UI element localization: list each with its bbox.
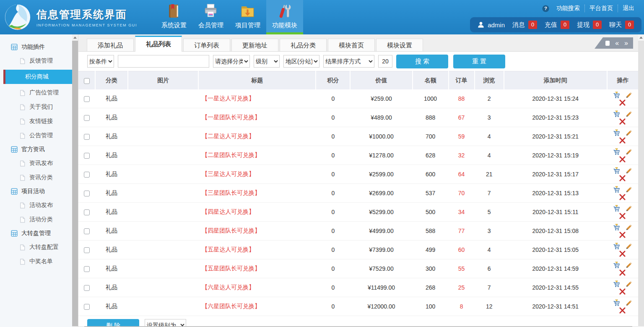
row-checkbox[interactable] — [84, 304, 90, 310]
row-checkbox[interactable] — [84, 96, 90, 102]
filter-keyword-input[interactable] — [118, 55, 209, 68]
sidebar-item[interactable]: 积分商城 — [3, 70, 72, 84]
filter-level-select[interactable]: 级别 — [254, 55, 280, 68]
cart-icon[interactable] — [613, 186, 620, 193]
row-checkbox[interactable] — [84, 209, 90, 215]
row-checkbox[interactable] — [84, 115, 90, 121]
sidebar-item[interactable]: 大转盘配置 — [0, 240, 72, 254]
cart-icon[interactable] — [613, 92, 620, 99]
sidebar-item[interactable]: 资讯发布 — [0, 156, 72, 170]
header-link[interactable]: 平台首页 — [584, 5, 618, 12]
delete-icon[interactable] — [619, 212, 626, 220]
tab[interactable]: 模块首页 — [328, 39, 375, 51]
scroll-tabs-left-icon[interactable]: « — [615, 40, 619, 47]
sidebar-item[interactable]: 反馈管理 — [0, 54, 72, 68]
edit-icon[interactable] — [625, 299, 632, 306]
delete-icon[interactable] — [619, 194, 626, 201]
edit-icon[interactable] — [625, 148, 632, 155]
tab[interactable]: 模块设置 — [376, 39, 423, 51]
row-checkbox[interactable] — [84, 191, 90, 196]
edit-icon[interactable] — [625, 186, 632, 193]
cart-icon[interactable] — [613, 205, 620, 212]
title-link[interactable]: 【三星达人可兑换】 — [198, 165, 316, 184]
sidebar-item[interactable]: 中奖名单 — [0, 254, 72, 269]
sidebar-item[interactable]: 活动发布 — [0, 198, 72, 212]
delete-icon[interactable] — [619, 231, 626, 238]
filter-sort-select[interactable]: 结果排序方式 — [323, 55, 374, 68]
cart-icon[interactable] — [613, 129, 620, 136]
delete-icon[interactable] — [619, 269, 626, 276]
scrollbar-thumb[interactable] — [638, 41, 644, 326]
sidebar-item[interactable]: 关于我们 — [0, 100, 72, 114]
cart-icon[interactable] — [613, 224, 620, 231]
title-link[interactable]: 【一星达人可兑换】 — [198, 89, 316, 108]
sidebar-item[interactable]: 广告位管理 — [0, 86, 72, 100]
edit-icon[interactable] — [625, 110, 632, 118]
cart-icon[interactable] — [613, 299, 620, 306]
scroll-up-arrow[interactable] — [638, 34, 644, 41]
cart-icon[interactable] — [613, 262, 620, 269]
tab[interactable]: 礼品分类 — [280, 39, 327, 51]
tab[interactable]: 更新地址 — [231, 39, 278, 51]
nav-item[interactable]: 项目管理 — [229, 0, 266, 34]
edit-icon[interactable] — [625, 167, 632, 174]
user-stat[interactable]: 聊天 0 — [609, 21, 634, 29]
sidebar-group-header[interactable]: 功能插件 — [0, 40, 72, 54]
sidebar-group-header[interactable]: 大转盘管理 — [0, 227, 72, 240]
cart-icon[interactable] — [613, 243, 620, 250]
title-link[interactable]: 【六星达人可兑换】 — [198, 278, 316, 297]
title-link[interactable]: 【四星团队长可兑换】 — [198, 222, 316, 241]
delete-icon[interactable] — [619, 137, 626, 144]
header-link[interactable]: 退出 — [618, 5, 639, 12]
tab[interactable]: 礼品列表 — [135, 36, 182, 52]
title-link[interactable]: 【五星达人可兑换】 — [198, 241, 316, 259]
edit-icon[interactable] — [625, 280, 632, 288]
tab[interactable]: 订单列表 — [183, 39, 230, 51]
scrollbar-thumb[interactable] — [72, 41, 78, 326]
edit-icon[interactable] — [625, 243, 632, 250]
user-stat[interactable]: 消息 0 — [512, 21, 537, 29]
edit-icon[interactable] — [625, 129, 632, 136]
select-all-checkbox[interactable] — [84, 78, 90, 84]
title-link[interactable]: 【二星达人可兑换】 — [198, 127, 316, 146]
title-link[interactable]: 【四星达人可兑换】 — [198, 203, 316, 222]
title-link[interactable]: 【一星团队长可兑换】 — [198, 108, 316, 127]
nav-item[interactable]: 会员管理 — [192, 0, 229, 34]
filter-category-select[interactable]: 请选择分类 — [213, 55, 250, 68]
search-button[interactable]: 搜 索 — [396, 55, 448, 68]
row-checkbox[interactable] — [84, 172, 90, 178]
filter-region-select[interactable]: 地区(分站) — [283, 55, 319, 68]
filter-condition-select[interactable]: 按条件 — [87, 55, 114, 68]
user-stat[interactable]: 提现 0 — [577, 21, 602, 29]
scroll-tabs-right-icon[interactable]: » — [624, 40, 628, 47]
row-checkbox[interactable] — [84, 266, 90, 272]
sidebar-item[interactable]: 友情链接 — [0, 114, 72, 128]
row-checkbox[interactable] — [84, 228, 90, 234]
sidebar-group-header[interactable]: 项目活动 — [0, 185, 72, 198]
sidebar-item[interactable]: 资讯分类 — [0, 170, 72, 185]
cart-icon[interactable] — [613, 110, 620, 118]
edit-icon[interactable] — [625, 92, 632, 99]
edit-icon[interactable] — [625, 205, 632, 212]
title-link[interactable]: 【三星团队长可兑换】 — [198, 184, 316, 203]
edit-icon[interactable] — [625, 262, 632, 269]
cart-icon[interactable] — [613, 148, 620, 155]
title-link[interactable]: 【六星团队长可兑换】 — [198, 297, 316, 316]
row-checkbox[interactable] — [84, 134, 90, 140]
edit-icon[interactable] — [625, 224, 632, 231]
delete-icon[interactable] — [619, 99, 626, 106]
nav-item[interactable]: 系统设置 — [156, 0, 192, 34]
panel-icon[interactable] — [605, 41, 610, 46]
delete-icon[interactable] — [619, 288, 626, 295]
header-link[interactable]: 功能搜索 — [552, 5, 584, 12]
delete-icon[interactable] — [619, 156, 626, 163]
tab[interactable]: 添加礼品 — [87, 39, 134, 51]
reset-button[interactable]: 重 置 — [453, 55, 505, 68]
sidebar-group-header[interactable]: 官方资讯 — [0, 143, 72, 156]
title-link[interactable]: 【五星团队长可兑换】 — [198, 259, 316, 278]
row-checkbox[interactable] — [84, 247, 90, 253]
cart-icon[interactable] — [613, 280, 620, 288]
row-checkbox[interactable] — [84, 153, 90, 159]
delete-icon[interactable] — [619, 250, 626, 257]
cart-icon[interactable] — [613, 167, 620, 174]
